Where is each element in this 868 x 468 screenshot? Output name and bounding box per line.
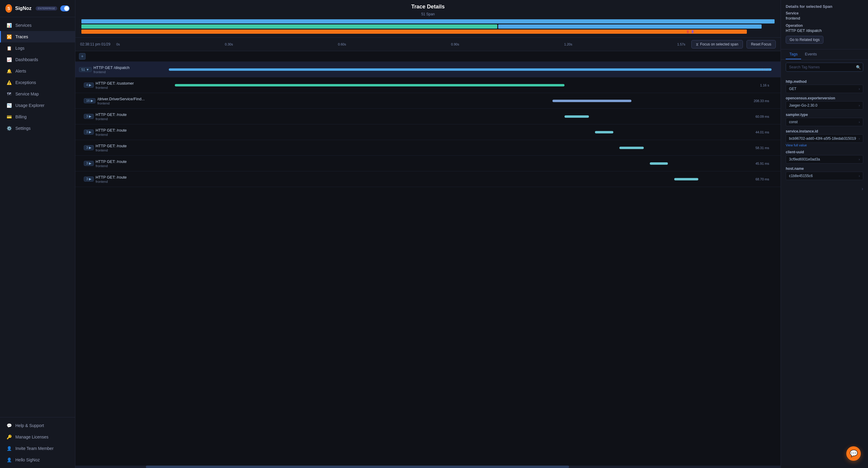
sidebar-item-exceptions[interactable]: ⚠️ Exceptions: [0, 77, 75, 88]
table-row[interactable]: 3 ▶ HTTP GET: /route frontend 45.91 ms: [75, 156, 781, 171]
span-bar-area: 68.70 ms: [169, 174, 778, 185]
operation-value: HTTP GET /dispatch: [786, 28, 863, 33]
sidebar-item-label: Services: [16, 23, 32, 28]
sidebar-item-alerts[interactable]: 🔔 Alerts: [0, 65, 75, 77]
logo-area: S SigNoz ENTERPRISE: [0, 0, 75, 17]
tag-value: Jaeger-Go-2.30.0: [789, 103, 817, 107]
timeline-controls: 02:38:11 pm 01/29 0s 0.30s 0.60s 0.90s 1…: [75, 38, 781, 51]
sidebar-item-service-map[interactable]: 🗺 Service Map: [0, 88, 75, 100]
view-full-value-link[interactable]: View full value: [786, 143, 863, 147]
span-list: 51 ▼ HTTP GET /dispatch frontend 1.57 s …: [75, 62, 781, 466]
table-row[interactable]: 4 ▶ HTTP GET: /customer frontend 1.16 s: [75, 77, 781, 93]
span-bar: [553, 100, 632, 102]
chat-button[interactable]: 💬: [846, 446, 861, 461]
sidebar-bottom: 💬 Help & Support 🔑 Manage Licenses 👤 Inv…: [0, 417, 75, 468]
sidebar-item-help[interactable]: 💬 Help & Support: [0, 420, 75, 431]
trace-bars: [82, 19, 775, 34]
span-bar: [175, 84, 564, 87]
sidebar-item-settings[interactable]: ⚙️ Settings: [0, 123, 75, 134]
plan-badge: ENTERPRISE: [36, 6, 57, 10]
reset-focus-button[interactable]: Reset Focus: [747, 40, 776, 48]
bar-row-2b: [498, 24, 762, 29]
billing-icon: 💳: [6, 114, 12, 120]
tag-key: client-uuid: [786, 150, 863, 154]
table-row[interactable]: 3 ▶ HTTP GET: /route frontend 44.01 ms: [75, 124, 781, 140]
table-row[interactable]: 3 ▶ HTTP GET: /route frontend 60.09 ms: [75, 109, 781, 124]
main-nav: 📊 Services 🔀 Traces 📋 Logs 📈 Dashboards …: [0, 17, 75, 417]
tag-key: opencensus.exporterversion: [786, 96, 863, 100]
tick-2: 0.60s: [338, 42, 346, 46]
tick-1: 0.30s: [225, 42, 233, 46]
toggle-knob: [64, 6, 69, 11]
theme-toggle[interactable]: [60, 5, 70, 11]
tab-events[interactable]: Events: [801, 49, 820, 59]
horizontal-scrollbar[interactable]: [75, 466, 781, 468]
search-icon[interactable]: 🔍: [856, 65, 861, 70]
tag-section: http.method GET › opencensus.exporterver…: [781, 75, 868, 184]
logs-icon: 📋: [6, 45, 12, 51]
tab-events-label: Events: [805, 52, 817, 56]
sidebar-item-logs[interactable]: 📋 Logs: [0, 42, 75, 54]
sidebar-item-billing[interactable]: 💳 Billing: [0, 111, 75, 123]
span-bar: [169, 68, 772, 71]
collapse-panel-icon[interactable]: ›: [862, 186, 863, 192]
trace-header: Trace Details 51 Span: [75, 0, 781, 38]
sidebar-item-services[interactable]: 📊 Services: [0, 20, 75, 31]
table-row[interactable]: 16 ▶ /driver.DriverService/Find... front…: [75, 93, 781, 109]
sidebar-item-label: Invite Team Member: [16, 446, 54, 451]
focus-selected-span-button[interactable]: ⧖ Focus on selected span: [691, 40, 743, 48]
sidebar-item-usage-explorer[interactable]: 📉 Usage Explorer: [0, 100, 75, 111]
span-duration: 60.09 ms: [755, 115, 773, 119]
tick-4: 1.20s: [564, 42, 572, 46]
span-service: frontend: [97, 101, 145, 105]
licenses-icon: 🔑: [6, 434, 12, 440]
sidebar-item-label: Manage Licenses: [16, 435, 49, 439]
tag-value-box: Jaeger-Go-2.30.0 ›: [786, 101, 863, 110]
logo-icon: S: [5, 4, 12, 13]
go-to-related-logs-button[interactable]: Go to Related logs: [786, 36, 824, 44]
sidebar-item-traces[interactable]: 🔀 Traces: [0, 31, 75, 42]
search-input[interactable]: [786, 63, 863, 72]
tag-value-box: bcb96702-add0-43f4-a5f5-18edab315019 ›: [786, 134, 863, 143]
table-row[interactable]: 3 ▶ HTTP GET: /route frontend 58.31 ms: [75, 140, 781, 156]
table-row[interactable]: 3 ▶ HTTP GET: /route frontend 68.70 ms: [75, 171, 781, 187]
tag-value: const: [789, 120, 798, 124]
span-name-block: HTTP GET: /customer frontend: [96, 81, 134, 90]
span-duration: 208.33 ms: [754, 99, 773, 103]
tag-key: http.method: [786, 79, 863, 84]
sidebar-item-invite[interactable]: 👤 Invite Team Member: [0, 443, 75, 454]
sidebar-item-hello[interactable]: 👤 Hello SigNoz: [0, 454, 75, 466]
span-bar-area: 208.33 ms: [169, 96, 778, 106]
span-duration: 1.16 s: [760, 83, 773, 87]
tag-key: sampler.type: [786, 113, 863, 117]
sidebar-item-licenses[interactable]: 🔑 Manage Licenses: [0, 431, 75, 443]
sidebar-item-label: Alerts: [16, 69, 26, 73]
sidebar: S SigNoz ENTERPRISE 📊 Services 🔀 Traces …: [0, 0, 75, 468]
chevron-right-icon: ›: [859, 158, 860, 161]
span-count: 3 ▶: [84, 130, 94, 135]
span-service: frontend: [96, 180, 127, 183]
usage-explorer-icon: 📉: [6, 103, 12, 108]
span-service: frontend: [96, 133, 127, 136]
go-to-logs-label: Go to Related logs: [789, 38, 819, 42]
sidebar-item-label: Billing: [16, 114, 27, 119]
exceptions-icon: ⚠️: [6, 80, 12, 85]
focus-btn-label: Focus on selected span: [700, 42, 738, 46]
tab-tags[interactable]: Tags: [786, 49, 801, 59]
span-duration: 1.57 s: [760, 68, 773, 71]
table-row[interactable]: 51 ▼ HTTP GET /dispatch frontend 1.57 s: [75, 62, 781, 77]
search-row: 🔍: [781, 60, 868, 75]
tag-value: 3cf9ed6931e0ad3a: [789, 157, 820, 161]
add-span-button[interactable]: ＋: [79, 53, 86, 60]
span-bar: [650, 162, 668, 165]
span-name-block: HTTP GET: /route frontend: [96, 144, 127, 152]
span-name: HTTP GET: /route: [96, 144, 127, 148]
scroll-thumb: [146, 466, 569, 468]
span-bar: [564, 115, 589, 118]
trace-timestamp: 02:38:11 pm 01/29: [80, 42, 110, 46]
search-wrap: 🔍: [786, 63, 863, 72]
sidebar-item-label: Service Map: [16, 92, 39, 96]
span-duration: 44.01 ms: [755, 130, 773, 134]
tick-5: 1.57s: [677, 42, 685, 46]
sidebar-item-dashboards[interactable]: 📈 Dashboards: [0, 54, 75, 65]
